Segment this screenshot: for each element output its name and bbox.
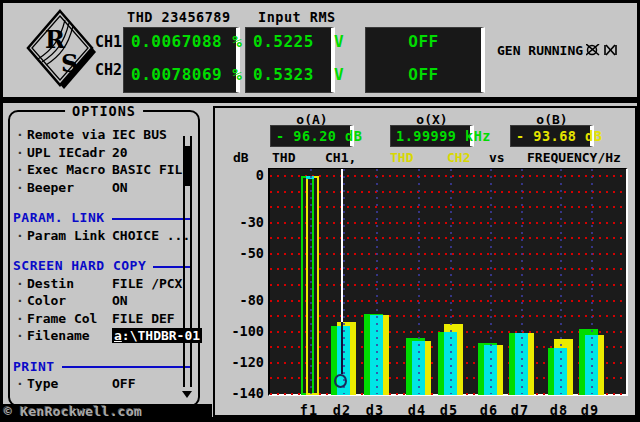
item-value[interactable]: OFF (112, 375, 135, 393)
fundamental-bar-ch2 (306, 176, 319, 395)
rohde-schwarz-logo: R S (23, 6, 101, 94)
speaker-off-icon (586, 43, 600, 60)
rms-ch1-value: 0.5225 V (246, 28, 331, 55)
item-label: Beeper (27, 179, 74, 197)
x-axis-title: FREQUENCY/Hz (527, 150, 621, 165)
option-item-frame-col[interactable]: ·Frame ColFILE DEF (10, 310, 198, 328)
item-value[interactable]: IEC BUS (112, 126, 167, 144)
options-panel-title: OPTIONS (65, 103, 143, 119)
section-header-param-link: PARAM. LINK (10, 209, 198, 227)
v-gridline (343, 169, 345, 394)
section-header-print: PRINT (10, 358, 198, 376)
cursor-a-readout: - 96.20 dB (270, 125, 354, 147)
main-area: OPTIONS ·Remote viaIEC BUS·UPL IECadr20·… (3, 103, 637, 417)
option-item-destin[interactable]: ·DestinFILE /PCX (10, 275, 198, 293)
ch1-label: CH1 (95, 33, 122, 51)
v-gridline (418, 169, 420, 394)
x-tick-label-d5: d5 (440, 402, 458, 418)
item-bullet: · (16, 275, 24, 293)
thd-value-box: 0.0067088 % 0.0078069 % (123, 27, 240, 93)
trace1-title: THD (272, 150, 295, 165)
v-gridline (560, 169, 562, 394)
y-tick-label: -140 (215, 385, 264, 401)
trace2-title: THD (390, 150, 413, 165)
item-label: Destin (27, 275, 74, 293)
input-rms-title: Input RMS (258, 9, 336, 25)
option-item-filename[interactable]: ·Filenamea:\THDBR-01 (10, 327, 198, 345)
item-value[interactable]: a:\THDBR-01 (112, 327, 202, 345)
item-value[interactable]: BASIC FILE (112, 161, 190, 179)
h-gridline (270, 222, 626, 224)
y-tick-label: -100 (215, 323, 264, 339)
item-value[interactable]: ON (112, 292, 128, 310)
option-item-type[interactable]: ·TypeOFF (10, 375, 198, 393)
aux-value-box: OFF OFF (365, 27, 485, 93)
option-item-color[interactable]: ·ColorON (10, 292, 198, 310)
v-gridline (591, 169, 593, 394)
x-tick-label-d2: d2 (333, 402, 351, 418)
h-gridline (270, 268, 626, 270)
rms-ch2-value: 0.5323 V (246, 61, 331, 88)
item-value[interactable]: FILE DEF (112, 310, 175, 328)
x-tick-label-d6: d6 (480, 402, 498, 418)
item-value[interactable]: ON (112, 179, 128, 197)
options-panel: OPTIONS ·Remote viaIEC BUS·UPL IECadr20·… (8, 110, 200, 407)
y-tick-label: 0 (215, 167, 264, 183)
h-gridline (270, 175, 626, 177)
thd-measurement-title: THD 23456789 (127, 9, 231, 25)
h-gridline (270, 191, 626, 193)
header-bar: R S THD 23456789 Input RMS CH1 CH2 0.006… (3, 3, 637, 97)
item-bullet: · (16, 144, 24, 162)
scrollbar-down-arrow-icon[interactable] (182, 391, 192, 398)
h-gridline (270, 253, 626, 255)
v-gridline (376, 169, 378, 394)
item-label: Frame Col (27, 310, 97, 328)
logo-letter-s: S (61, 49, 78, 78)
option-item-param-link[interactable]: ·Param LinkCHOICE ... (10, 227, 198, 245)
option-item-exec-macro[interactable]: ·Exec MacroBASIC FILE (10, 161, 198, 179)
plot-area (268, 168, 628, 396)
generator-status: GEN RUNNING (497, 43, 583, 58)
v-gridline (310, 169, 312, 394)
aux-ch2-value: OFF (366, 61, 481, 88)
item-label: Remote via (27, 126, 105, 144)
x-tick-label-d8: d8 (550, 402, 568, 418)
cursor-x-readout: 1.99999 kHz (390, 125, 474, 147)
item-bullet: · (16, 292, 24, 310)
cursor-line[interactable] (341, 169, 343, 322)
vs-label: vs (489, 150, 505, 165)
section-header-screen-hard-copy: SCREEN HARD COPY (10, 257, 198, 275)
item-bullet: · (16, 327, 24, 345)
item-value[interactable]: FILE /PCX (112, 275, 182, 293)
graph-panel: o(A) o(X) o(B) - 96.20 dB 1.99999 kHz - … (213, 106, 637, 417)
item-label: Type (27, 375, 58, 393)
h-gridline (270, 300, 626, 302)
v-gridline (450, 169, 452, 394)
item-label: Exec Macro (27, 161, 105, 179)
y-tick-label: -80 (215, 292, 264, 308)
item-bullet: · (16, 126, 24, 144)
item-label: Color (27, 292, 66, 310)
item-bullet: · (16, 179, 24, 197)
cursor-marker[interactable] (334, 374, 347, 388)
y-tick-label: -50 (215, 245, 264, 261)
item-bullet: · (16, 375, 24, 393)
upl-analyzer-screen: R S THD 23456789 Input RMS CH1 CH2 0.006… (0, 0, 640, 422)
h-gridline (270, 206, 626, 208)
x-tick-label-d4: d4 (408, 402, 426, 418)
y-axis-unit: dB (233, 150, 249, 165)
option-item-beeper[interactable]: ·BeeperON (10, 179, 198, 197)
y-tick-label: -30 (215, 214, 264, 230)
item-bullet: · (16, 227, 24, 245)
h-gridline (270, 237, 626, 239)
item-label: Filename (27, 327, 90, 345)
item-value[interactable]: CHOICE ... (112, 227, 190, 245)
option-item-remote-via[interactable]: ·Remote viaIEC BUS (10, 126, 198, 144)
option-item-upl-iecadr[interactable]: ·UPL IECadr20 (10, 144, 198, 162)
item-bullet: · (16, 161, 24, 179)
x-tick-label-f1: f1 (300, 402, 318, 418)
cursor-b-readout: - 93.68 dB (510, 125, 594, 147)
aux-ch1-value: OFF (366, 28, 481, 55)
item-value[interactable]: 20 (112, 144, 128, 162)
cursor-drop-line (341, 322, 343, 374)
